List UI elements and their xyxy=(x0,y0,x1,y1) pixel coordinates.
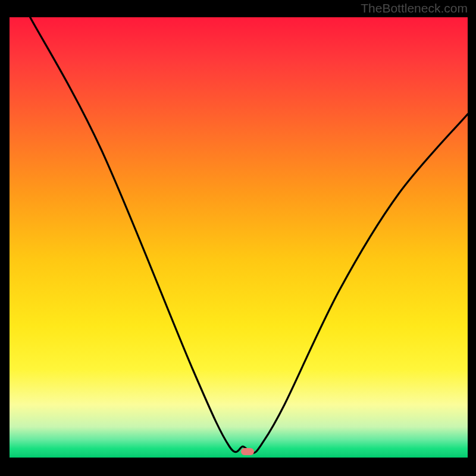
bottom-black-strip xyxy=(10,458,468,468)
optimal-point-marker xyxy=(241,448,254,455)
bottleneck-curve-path xyxy=(30,17,468,453)
chart-svg xyxy=(10,17,468,458)
watermark-text: TheBottleneck.com xyxy=(361,1,468,15)
